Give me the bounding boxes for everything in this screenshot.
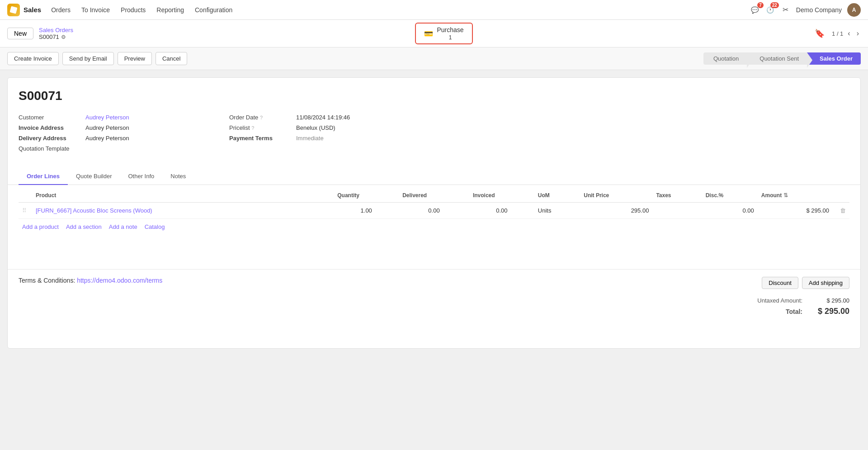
col-header-invoiced: Invoiced: [469, 189, 534, 203]
left-fields: Customer Audrey Peterson Invoice Address…: [19, 112, 215, 154]
quotation-template-label: Quotation Template: [19, 145, 82, 152]
status-sales-order[interactable]: Sales Order: [807, 52, 861, 65]
action-bar: Create Invoice Send by Email Preview Can…: [0, 47, 868, 70]
breadcrumb: Sales Orders S00071 ⚙: [39, 27, 73, 40]
terms-label: Terms & Conditions:: [19, 277, 75, 284]
nav-orders[interactable]: Orders: [47, 5, 75, 15]
pricelist-value[interactable]: Benelux (USD): [296, 124, 335, 131]
col-header-unit-price: Unit Price: [580, 189, 652, 203]
terms-conditions: Terms & Conditions: https://demo4.odoo.c…: [19, 277, 162, 284]
form-footer: Terms & Conditions: https://demo4.odoo.c…: [8, 269, 860, 323]
notifications-icon[interactable]: 💬 7: [750, 5, 760, 15]
spacer: [8, 242, 860, 269]
status-pipeline: Quotation Quotation Sent Sales Order: [703, 52, 861, 65]
add-product-link[interactable]: Add a product: [22, 223, 59, 230]
discount-button[interactable]: Discount: [762, 277, 798, 289]
status-quotation[interactable]: Quotation: [703, 52, 747, 65]
payment-terms-field-row: Payment Terms Immediate: [229, 133, 425, 143]
settings-gear-icon[interactable]: ⚙: [61, 34, 66, 40]
delivery-address-label: Delivery Address: [19, 135, 82, 142]
quantity-cell[interactable]: 1.00: [334, 203, 399, 219]
settings-icon[interactable]: ✂: [781, 5, 791, 15]
totals-buttons: Discount Add shipping: [762, 277, 849, 289]
nav-configuration[interactable]: Configuration: [190, 5, 237, 15]
preview-button[interactable]: Preview: [118, 52, 152, 65]
delivery-address-value[interactable]: Audrey Peterson: [85, 135, 129, 142]
total-value: $ 295.00: [813, 307, 849, 316]
invoice-address-value[interactable]: Audrey Peterson: [85, 124, 129, 131]
pagination: 1 / 1 ‹ ›: [832, 28, 861, 38]
purchase-btn-container: 💳 Purchase 1: [79, 23, 809, 44]
taxes-cell[interactable]: [652, 203, 702, 219]
prev-page-button[interactable]: ‹: [846, 28, 852, 38]
pricelist-label: Pricelist ?: [229, 124, 292, 131]
status-quotation-sent[interactable]: Quotation Sent: [747, 52, 807, 65]
bookmark-icon[interactable]: 🔖: [815, 28, 825, 38]
total-label: Total:: [739, 308, 802, 315]
amount-cell: $ 295.00: [758, 203, 833, 219]
drag-handle-icon[interactable]: ⠿: [22, 207, 27, 214]
order-date-value[interactable]: 11/08/2024 14:19:46: [296, 114, 350, 121]
invoice-address-field-row: Invoice Address Audrey Peterson: [19, 123, 215, 133]
delete-row-icon[interactable]: 🗑: [840, 207, 846, 214]
table-row: ⠿ [FURN_6667] Acoustic Bloc Screens (Woo…: [19, 203, 849, 219]
delivery-address-field-row: Delivery Address Audrey Peterson: [19, 133, 215, 143]
order-date-label: Order Date ?: [229, 114, 292, 121]
tabs-container: Order Lines Quote Builder Other Info Not…: [8, 168, 860, 185]
company-name[interactable]: Demo Company: [796, 6, 842, 14]
col-header-product: Product: [32, 189, 334, 203]
add-shipping-button[interactable]: Add shipping: [802, 277, 849, 289]
main-content: S00071 Customer Audrey Peterson Invoice …: [7, 77, 861, 349]
tab-notes[interactable]: Notes: [162, 168, 194, 185]
order-number: S00071: [19, 89, 849, 103]
customer-label: Customer: [19, 114, 82, 121]
add-note-link[interactable]: Add a note: [109, 223, 137, 230]
breadcrumb-parent[interactable]: Sales Orders: [39, 27, 73, 33]
col-header-delivered: Delivered: [399, 189, 469, 203]
user-avatar[interactable]: A: [847, 3, 861, 17]
customer-value[interactable]: Audrey Peterson: [85, 114, 129, 121]
tab-other-info[interactable]: Other Info: [120, 168, 162, 185]
totals-section: Discount Add shipping Untaxed Amount: $ …: [739, 277, 849, 316]
form-fields: Customer Audrey Peterson Invoice Address…: [19, 112, 425, 154]
delivered-cell: 0.00: [399, 203, 469, 219]
untaxed-label: Untaxed Amount:: [739, 297, 802, 304]
order-date-help-icon[interactable]: ?: [260, 115, 263, 120]
tab-quote-builder[interactable]: Quote Builder: [68, 168, 120, 185]
right-fields: Order Date ? 11/08/2024 14:19:46 Priceli…: [229, 112, 425, 154]
tabs: Order Lines Quote Builder Other Info Not…: [19, 168, 849, 185]
unit-price-cell[interactable]: 295.00: [580, 203, 652, 219]
cancel-button[interactable]: Cancel: [156, 52, 187, 65]
customer-field-row: Customer Audrey Peterson: [19, 112, 215, 123]
pricelist-help-icon[interactable]: ?: [251, 125, 254, 131]
terms-link[interactable]: https://demo4.odoo.com/terms: [77, 277, 162, 284]
order-date-field-row: Order Date ? 11/08/2024 14:19:46: [229, 112, 425, 123]
table-container: Product Quantity Delivered Invoiced UoM …: [8, 189, 860, 242]
add-section-link[interactable]: Add a section: [66, 223, 102, 230]
activities-icon[interactable]: 🕐 22: [765, 5, 775, 15]
nav-reporting[interactable]: Reporting: [152, 5, 189, 15]
pricelist-field-row: Pricelist ? Benelux (USD): [229, 123, 425, 133]
disc-cell[interactable]: 0.00: [702, 203, 758, 219]
sort-icon[interactable]: ⇅: [783, 192, 788, 199]
form-header: S00071 Customer Audrey Peterson Invoice …: [8, 78, 860, 161]
nav-to-invoice[interactable]: To Invoice: [77, 5, 114, 15]
send-by-email-button[interactable]: Send by Email: [62, 52, 114, 65]
breadcrumb-bar: New Sales Orders S00071 ⚙ 💳 Purchase 1 🔖…: [0, 20, 868, 47]
payment-terms-value[interactable]: Immediate: [296, 135, 324, 142]
untaxed-value: $ 295.00: [813, 297, 849, 304]
uom-cell: Units: [534, 203, 580, 219]
purchase-button[interactable]: 💳 Purchase 1: [415, 23, 472, 44]
create-invoice-button[interactable]: Create Invoice: [7, 52, 59, 65]
catalog-link[interactable]: Catalog: [145, 223, 165, 230]
new-button[interactable]: New: [7, 28, 33, 39]
nav-products[interactable]: Products: [116, 5, 150, 15]
credit-card-icon: 💳: [424, 29, 433, 38]
app-name: Sales: [24, 6, 41, 14]
invoiced-cell: 0.00: [469, 203, 534, 219]
col-header-uom: UoM: [534, 189, 580, 203]
col-header-taxes: Taxes: [652, 189, 702, 203]
next-page-button[interactable]: ›: [855, 28, 861, 38]
tab-order-lines[interactable]: Order Lines: [19, 168, 68, 185]
product-link[interactable]: [FURN_6667] Acoustic Bloc Screens (Wood): [36, 207, 152, 214]
